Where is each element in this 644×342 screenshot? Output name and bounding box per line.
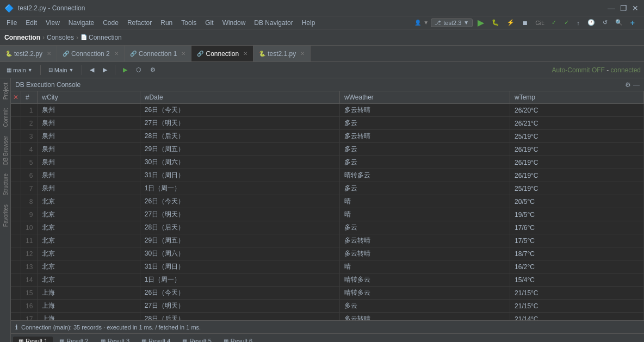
tab-close-conn2[interactable]: ✕: [114, 51, 119, 57]
search-top[interactable]: 🔍: [612, 18, 626, 27]
table-row[interactable]: 10北京28日（后天）多云17/6°C: [11, 221, 644, 234]
console-settings-btn[interactable]: ⚙: [625, 81, 631, 89]
table-cell: 28日（后天）: [140, 221, 339, 234]
table-cell: 30日（周六）: [140, 247, 339, 260]
menu-tools[interactable]: Tools: [177, 18, 201, 28]
branch-selector[interactable]: ⎇ test2.3 ▼: [431, 18, 473, 27]
data-table-container[interactable]: ✕ # wCity wDate wWeather wTemp 1泉州26日（今天…: [11, 91, 644, 320]
tab-close-conn1[interactable]: ✕: [181, 51, 185, 57]
console-close-btn[interactable]: —: [633, 81, 640, 89]
table-row[interactable]: 17上海28日（后天）多云转晴21/14°C: [11, 313, 644, 321]
delete-all-btn[interactable]: ✕: [13, 94, 18, 101]
table-row[interactable]: 5泉州30日（周六）多云26/19°C: [11, 156, 644, 169]
table-row[interactable]: 14北京1日（周一）晴转多云15/4°C: [11, 273, 644, 287]
menu-run[interactable]: Run: [156, 18, 177, 28]
result-tab-2[interactable]: ▦ Result 2: [54, 337, 94, 342]
tab-test22py[interactable]: 🐍 test2.2.py ✕: [0, 46, 57, 62]
close-button[interactable]: ✕: [631, 4, 640, 13]
table-row[interactable]: 9北京27日（明天）晴19/5°C: [11, 208, 644, 221]
breadcrumb-consoles[interactable]: Consoles: [47, 34, 74, 41]
table-row[interactable]: 6泉州31日（周日）晴转多云26/19°C: [11, 169, 644, 182]
tab-test21py[interactable]: 🐍 test2.1.py ✕: [253, 46, 311, 62]
result-tab-1[interactable]: ▦ Result 1: [13, 337, 53, 342]
menu-code[interactable]: Code: [98, 18, 123, 28]
tab-close-conn[interactable]: ✕: [243, 51, 247, 57]
git-revert[interactable]: ↺: [600, 18, 610, 27]
table-cell: 多云转晴: [340, 104, 510, 117]
table-row[interactable]: 12北京30日（周六）多云转晴18/7°C: [11, 247, 644, 260]
tab-connection[interactable]: 🔗 Connection ✕: [191, 46, 253, 62]
breadcrumb-connection[interactable]: Connection: [4, 34, 40, 41]
table-cell: 18/7°C: [510, 247, 644, 260]
result-tab-3[interactable]: ▦ Result 3: [95, 337, 135, 342]
tab-close-test21py[interactable]: ✕: [300, 51, 305, 57]
table-row[interactable]: 15上海26日（今天）晴转多云21/15°C: [11, 287, 644, 300]
debug-button[interactable]: 🐛: [489, 18, 502, 27]
menu-dbnavigator[interactable]: DB Navigator: [250, 18, 297, 28]
result-tab-4[interactable]: ▦ Result 4: [136, 337, 176, 342]
left-sidebar: Project Commit DB Browser Structure Favo…: [0, 78, 11, 342]
menu-refactor[interactable]: Refactor: [123, 18, 156, 28]
add-top[interactable]: +: [628, 17, 637, 28]
restore-button[interactable]: ❐: [619, 4, 628, 13]
run-button[interactable]: ▶: [475, 16, 487, 29]
stop-button[interactable]: ⏹: [519, 18, 531, 27]
db-settings-btn[interactable]: ⚙: [147, 65, 159, 74]
header-wcity: wCity: [38, 91, 140, 104]
sidebar-db-browser[interactable]: DB Browser: [0, 132, 10, 169]
table-row[interactable]: 4泉州29日（周五）多云26/19°C: [11, 143, 644, 156]
table-cell: 晴转多云: [340, 273, 510, 287]
minimize-button[interactable]: —: [607, 4, 616, 13]
git-checkmark1[interactable]: ✓: [549, 18, 559, 27]
table-row[interactable]: 11北京29日（周五）多云转晴17/5°C: [11, 234, 644, 247]
db-run-btn[interactable]: ▶: [120, 65, 131, 74]
git-push[interactable]: ↑: [574, 18, 583, 27]
db-schema-btn[interactable]: ▦ main ▼: [3, 66, 36, 74]
breadcrumb-sep1: ›: [42, 34, 45, 41]
table-row[interactable]: 13北京31日（周日）晴16/2°C: [11, 260, 644, 273]
tab-close-test22py[interactable]: ✕: [47, 51, 51, 57]
table-cell: 21/15°C: [510, 287, 644, 300]
menu-view[interactable]: View: [41, 18, 64, 28]
git-checkmark2[interactable]: ✓: [561, 18, 572, 27]
table-row[interactable]: 3泉州28日（后天）多云转晴25/19°C: [11, 130, 644, 143]
table-row[interactable]: 1泉州26日（今天）多云转晴26/20°C: [11, 104, 644, 117]
menu-window[interactable]: Window: [218, 18, 250, 28]
tab-connection2[interactable]: 🔗 Connection 2 ✕: [57, 46, 125, 62]
table-row[interactable]: 7泉州1日（周一）多云25/19°C: [11, 182, 644, 195]
app-icon: 🔷: [4, 4, 14, 13]
table-cell: 泉州: [38, 143, 140, 156]
git-history[interactable]: 🕐: [585, 18, 598, 27]
cell-rownum: 1: [21, 104, 38, 117]
db-prev-btn[interactable]: ◀: [86, 65, 97, 74]
result-tab-2-label: Result 2: [66, 338, 88, 342]
header-wdate: wDate: [140, 91, 339, 104]
result-tab-6[interactable]: ▦ Result 6: [218, 337, 258, 342]
result-tab-5[interactable]: ▦ Result 5: [177, 337, 216, 342]
table-row[interactable]: 16上海27日（明天）多云21/15°C: [11, 300, 644, 313]
sidebar-structure[interactable]: Structure: [0, 169, 10, 200]
cell-rownum: 5: [21, 156, 38, 169]
table-cell: 上海: [38, 300, 140, 313]
menu-edit[interactable]: Edit: [21, 18, 41, 28]
result-tab-1-icon: ▦: [18, 338, 23, 343]
db-next-btn[interactable]: ▶: [100, 65, 110, 74]
db-run2-btn[interactable]: ⬡: [133, 65, 145, 74]
menu-navigate[interactable]: Navigate: [64, 18, 98, 28]
sidebar-project[interactable]: Project: [0, 78, 10, 104]
table-cell: 25/19°C: [510, 182, 644, 195]
table-row[interactable]: 2泉州27日（明天）多云26/21°C: [11, 117, 644, 130]
db-main2-btn[interactable]: ⊟ Main ▼: [45, 66, 77, 74]
sidebar-commit[interactable]: Commit: [0, 104, 10, 131]
menu-file[interactable]: File: [2, 18, 21, 28]
sidebar-favorites[interactable]: Favorites: [0, 200, 10, 231]
breadcrumb-connection2[interactable]: Connection: [89, 34, 122, 41]
cell-rownum: 14: [21, 273, 38, 287]
profile-icon: 👤: [414, 20, 421, 26]
menu-git[interactable]: Git: [201, 18, 218, 28]
table-row[interactable]: 8北京26日（今天）晴20/5°C: [11, 195, 644, 208]
menu-help[interactable]: Help: [298, 18, 320, 28]
tab-connection1[interactable]: 🔗 Connection 1 ✕: [125, 46, 192, 62]
coverage-button[interactable]: ⚡: [504, 18, 517, 27]
table-header-row: ✕ # wCity wDate wWeather wTemp: [11, 91, 644, 104]
